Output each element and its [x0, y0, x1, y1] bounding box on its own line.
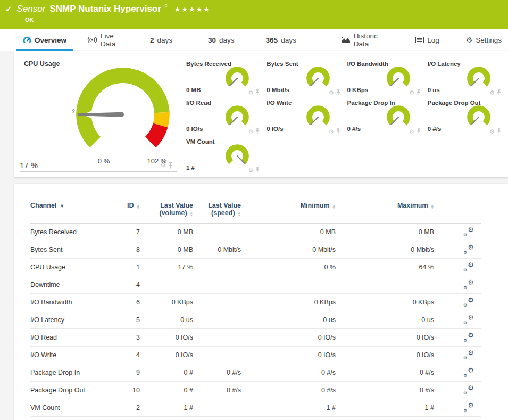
- minimum-value: 0 us: [248, 311, 343, 329]
- priority-stars[interactable]: ★★★★★: [174, 5, 211, 13]
- last-value-volume: 0 IO/s: [147, 329, 201, 347]
- pin-icon[interactable]: [168, 162, 173, 169]
- gear-icon[interactable]: ⚙: [409, 90, 414, 95]
- channel-name: I/O Bandwidth: [30, 294, 110, 311]
- pin-icon[interactable]: [336, 89, 340, 95]
- last-value-volume: 0 MB: [147, 224, 201, 241]
- maximum-value: 0 MB: [343, 224, 442, 241]
- channel-id: 10: [110, 382, 147, 399]
- tab-live-data[interactable]: Live Data: [81, 29, 126, 51]
- edit-channel-gears-icon[interactable]: ⚙⚙: [463, 262, 474, 271]
- pin-icon[interactable]: [255, 167, 260, 173]
- historic-chart-icon: [342, 37, 351, 44]
- channel-name: Bytes Sent: [30, 241, 110, 259]
- maximum-value: 64 %: [343, 259, 442, 276]
- edit-channel-gears-icon[interactable]: ⚙⚙: [463, 279, 474, 289]
- log-icon: [415, 37, 424, 43]
- pin-icon[interactable]: [336, 128, 340, 134]
- maximum-value: 0 #/s: [343, 364, 442, 382]
- column-header-last-value-volume[interactable]: Last Value (volume)▲▼: [147, 194, 201, 224]
- edit-channel-gears-icon[interactable]: ⚙⚙: [463, 244, 474, 254]
- pin-icon[interactable]: [255, 128, 260, 134]
- sensor-status-bar: ✓ Sensor SNMP Nutanix Hypervisor ⚐ ★★★★★…: [0, 0, 508, 29]
- channel-id: 1: [110, 259, 147, 276]
- column-header-id[interactable]: ID▲▼: [110, 194, 147, 224]
- maximum-value: 0 IO/s: [343, 347, 442, 364]
- pin-icon[interactable]: [497, 89, 501, 95]
- column-header-minimum[interactable]: Minimum▲▼: [248, 194, 343, 224]
- gear-icon[interactable]: ⚙: [248, 90, 253, 95]
- gauge-title: I/O Latency: [428, 61, 461, 67]
- gauge-panel: VM Count 1 # ⚙: [186, 136, 265, 175]
- gauge-value: 0 Mbit/s: [267, 87, 289, 93]
- column-header-channel[interactable]: Channel▼: [30, 194, 110, 224]
- tab-30-days[interactable]: 30 days: [202, 29, 241, 51]
- pin-icon[interactable]: [255, 89, 260, 95]
- tab-log[interactable]: Log: [409, 29, 446, 51]
- edit-channel-gears-icon[interactable]: ⚙⚙: [463, 315, 474, 324]
- gear-icon[interactable]: ⚙: [489, 90, 495, 95]
- edit-channel-gears-icon[interactable]: ⚙⚙: [463, 350, 474, 359]
- edit-channel-gears-icon[interactable]: ⚙⚙: [463, 385, 474, 394]
- tab-label: days: [157, 36, 173, 44]
- gear-icon[interactable]: ⚙: [409, 129, 414, 134]
- last-value-speed: 0 #/s: [201, 364, 248, 382]
- table-row: CPU Usage 1 17 % 0 % 64 % ⚙⚙: [30, 259, 481, 276]
- status-badge: OK: [25, 17, 34, 23]
- gauge-title: I/O Bandwidth: [347, 61, 388, 67]
- gauge-value: 0 IO/s: [186, 126, 203, 132]
- status-check-icon: ✓: [5, 4, 12, 14]
- pin-icon[interactable]: [417, 128, 421, 134]
- maximum-value: 0 #/s: [343, 382, 442, 399]
- edit-channel-gears-icon[interactable]: ⚙⚙: [463, 402, 474, 412]
- channel-name: I/O Write: [30, 347, 110, 364]
- gear-icon[interactable]: ⚙: [329, 90, 334, 95]
- edit-channel-gears-icon[interactable]: ⚙⚙: [463, 367, 474, 377]
- sort-arrows-icon: ▲▼: [137, 204, 140, 209]
- minimum-value: 0 #/s: [248, 364, 343, 382]
- edit-channel-gears-icon[interactable]: ⚙⚙: [463, 297, 474, 307]
- gauge-value: 1 #: [186, 164, 195, 171]
- gauge-icon: [23, 36, 31, 44]
- gear-icon[interactable]: ⚙: [248, 129, 253, 134]
- edit-channel-gears-icon[interactable]: ⚙⚙: [463, 332, 474, 342]
- table-row: Package Drop In 9 0 # 0 #/s 0 #/s 0 #/s …: [30, 364, 481, 382]
- last-value-speed: [201, 347, 248, 364]
- tab-365-days[interactable]: 365 days: [260, 29, 303, 51]
- sort-arrows-icon: ▲▼: [431, 204, 434, 209]
- gauge-panel: Package Drop In 0 #/s ⚙: [347, 97, 426, 136]
- edit-channel-gears-icon[interactable]: ⚙⚙: [463, 227, 474, 236]
- tab-label: days: [281, 36, 296, 44]
- last-value-volume: 0 MB: [147, 241, 201, 259]
- pin-icon[interactable]: [417, 89, 421, 95]
- table-row: I/O Read 3 0 IO/s 0 IO/s 0 IO/s ⚙⚙: [30, 329, 481, 347]
- column-header-maximum[interactable]: Maximum▲▼: [343, 194, 442, 224]
- channel-id: 3: [110, 329, 147, 347]
- tab-overview[interactable]: Overview: [16, 29, 73, 51]
- last-value-volume: [147, 276, 201, 294]
- gear-icon[interactable]: ⚙: [489, 129, 495, 134]
- column-header-last-value-speed[interactable]: Last Value (speed)▲▼: [201, 194, 248, 224]
- gauge-panel: Bytes Sent 0 Mbit/s ⚙: [267, 59, 345, 97]
- minimum-value: 0 IO/s: [248, 347, 343, 364]
- gauge-panel: I/O Write 0 IO/s ⚙: [267, 97, 345, 136]
- minimum-value: 0 KBps: [248, 294, 343, 311]
- flag-icon[interactable]: ⚐: [163, 3, 168, 10]
- last-value-volume: 0 #: [147, 364, 201, 382]
- maximum-value: [343, 276, 442, 294]
- gear-icon[interactable]: ⚙: [329, 129, 334, 134]
- channel-id: 2: [110, 399, 147, 417]
- gauge-title: I/O Read: [186, 100, 211, 106]
- page-title: SNMP Nutanix Hypervisor: [49, 4, 161, 14]
- channel-id: 4: [110, 347, 147, 364]
- tab-settings[interactable]: ⚙ Settings: [460, 29, 508, 51]
- pin-icon[interactable]: [497, 128, 501, 134]
- gauge-dial: [305, 65, 331, 91]
- gear-icon[interactable]: ⚙: [248, 168, 253, 173]
- tab-historic-data[interactable]: Historic Data: [335, 29, 387, 51]
- gear-icon[interactable]: ⚙: [160, 163, 166, 168]
- average-marker: x̄: [72, 108, 76, 114]
- gauge-value: 0 MB: [186, 87, 201, 93]
- tab-2-days[interactable]: 2 days: [144, 29, 179, 51]
- tab-label: Settings: [476, 36, 502, 44]
